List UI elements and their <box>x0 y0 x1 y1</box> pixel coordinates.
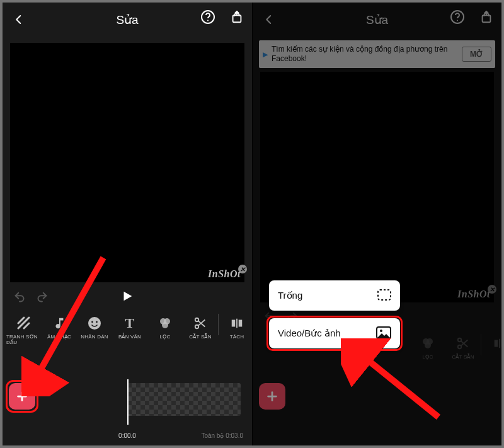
svg-marker-3 <box>124 292 132 301</box>
svg-point-9 <box>96 321 98 323</box>
watermark: InShOt ✕ <box>208 268 241 280</box>
filter-icon <box>420 335 436 352</box>
remove-watermark-button[interactable]: ✕ <box>238 265 247 273</box>
add-media-button[interactable] <box>259 383 285 410</box>
tool-filter[interactable]: LỌC <box>147 313 183 340</box>
timeline-area <box>253 379 501 445</box>
tool-label: CẮT SẴN <box>452 354 474 360</box>
video-preview[interactable]: InShOt ✕ <box>260 72 494 302</box>
current-time: 0:00.0 <box>118 432 136 439</box>
dashed-rect-icon <box>377 289 391 302</box>
total-time: Toàn bộ 0:03.0 <box>201 432 243 439</box>
svg-rect-17 <box>232 320 236 327</box>
tool-label: CẮT SẴN <box>189 334 211 340</box>
tool-music[interactable]: ÂM NHẠC <box>42 313 77 340</box>
option-blank[interactable]: Trống <box>269 280 400 311</box>
back-button[interactable] <box>256 7 282 32</box>
tool-label: LỌC <box>160 334 171 340</box>
smile-icon <box>86 315 103 331</box>
video-preview[interactable]: InShOt ✕ <box>10 43 244 282</box>
help-button[interactable] <box>198 7 218 27</box>
svg-line-32 <box>461 341 468 347</box>
dual-screenshot-wrap: Sửa InShOt ✕ <box>3 3 501 445</box>
tool-trim[interactable]: CẮT SẴN <box>445 333 481 360</box>
watermark: InShOt ✕ <box>457 289 490 300</box>
ad-text: Tìm kiếm các sự kiện và cộng đồng địa ph… <box>272 45 462 64</box>
play-button[interactable] <box>120 289 134 306</box>
remove-watermark-button[interactable]: ✕ <box>488 285 496 294</box>
svg-point-1 <box>207 20 209 21</box>
share-button[interactable] <box>227 7 247 27</box>
tool-label: TÁCH <box>230 334 244 340</box>
svg-point-13 <box>195 318 199 322</box>
svg-point-29 <box>425 342 431 348</box>
tool-label: ÂM NHẠC <box>47 334 71 340</box>
tool-label: NHÃN DÁN <box>81 334 108 340</box>
watermark-text: InShOt <box>208 268 241 279</box>
svg-point-41 <box>380 330 382 332</box>
svg-point-14 <box>195 325 199 329</box>
ad-banner[interactable]: ▶ Tìm kiếm các sự kiện và cộng đồng địa … <box>259 40 495 68</box>
tool-split[interactable]: TÁCH <box>224 313 249 340</box>
svg-point-12 <box>162 322 168 328</box>
option-video-photo[interactable]: Video/Bức ảnh <box>269 318 400 348</box>
timeline-area: 0:00.0 Toàn bộ 0:03.0 <box>3 379 252 445</box>
back-button[interactable] <box>6 7 32 32</box>
toolbar-separator <box>218 314 224 335</box>
add-media-popup: Trống Video/Bức ảnh <box>269 280 400 356</box>
tool-split[interactable] <box>487 333 501 352</box>
tool-text[interactable]: T BẢN VĂN <box>112 313 147 340</box>
tool-label: BẢN VĂN <box>118 334 141 340</box>
help-button[interactable] <box>447 7 467 27</box>
undo-button[interactable] <box>11 289 29 306</box>
screenshot-left: Sửa InShOt ✕ <box>3 3 252 445</box>
playback-row <box>3 282 252 313</box>
svg-line-16 <box>198 320 205 326</box>
image-icon <box>376 326 391 341</box>
svg-rect-18 <box>239 320 243 327</box>
edit-toolbar: TRANH SƠN DẦU ÂM NHẠC NHÃN DÁN T BẢN VĂN… <box>3 313 252 350</box>
share-button[interactable] <box>476 7 496 27</box>
watermark-text: InShOt <box>457 289 490 299</box>
hatch-icon <box>16 315 32 331</box>
header-actions <box>198 7 247 27</box>
playhead[interactable] <box>127 379 129 425</box>
svg-line-15 <box>198 321 205 326</box>
tool-label: TRANH SƠN DẦU <box>6 334 42 345</box>
svg-point-31 <box>458 345 462 349</box>
option-label: Trống <box>278 290 302 301</box>
redo-button[interactable] <box>33 289 50 306</box>
svg-point-25 <box>457 20 458 21</box>
ad-open-button[interactable]: MỞ <box>462 47 491 62</box>
header: Sửa <box>253 3 501 37</box>
text-icon: T <box>122 315 138 331</box>
svg-rect-34 <box>495 340 498 347</box>
svg-rect-39 <box>378 290 391 300</box>
svg-point-30 <box>458 338 462 342</box>
tool-trim[interactable]: CẮT SẴN <box>183 313 218 340</box>
svg-rect-26 <box>483 15 491 22</box>
svg-point-7 <box>88 317 101 330</box>
scissors-icon <box>455 335 471 352</box>
scissors-icon <box>192 315 209 331</box>
music-icon <box>51 315 67 331</box>
svg-line-33 <box>461 340 468 346</box>
split-icon <box>491 335 501 352</box>
timeline-clip[interactable] <box>127 383 241 416</box>
split-icon <box>229 315 245 331</box>
header-actions <box>447 7 496 27</box>
tool-label: LỌC <box>423 354 433 360</box>
toolbar-separator <box>481 334 487 355</box>
option-label: Video/Bức ảnh <box>278 328 341 339</box>
header: Sửa <box>3 3 252 37</box>
screenshot-right: Sửa ▶ Tìm kiếm các sự kiện và cộng đồng … <box>252 3 501 445</box>
add-media-button[interactable] <box>9 383 35 410</box>
tool-filter[interactable]: LỌC <box>410 333 445 360</box>
svg-line-6 <box>24 323 29 328</box>
filter-icon <box>157 315 173 331</box>
ad-caret-icon: ▶ <box>263 50 272 59</box>
tool-canvas[interactable]: TRANH SƠN DẦU <box>6 313 42 345</box>
tool-sticker[interactable]: NHÃN DÁN <box>77 313 112 340</box>
svg-rect-2 <box>233 15 241 22</box>
svg-point-8 <box>91 321 93 323</box>
